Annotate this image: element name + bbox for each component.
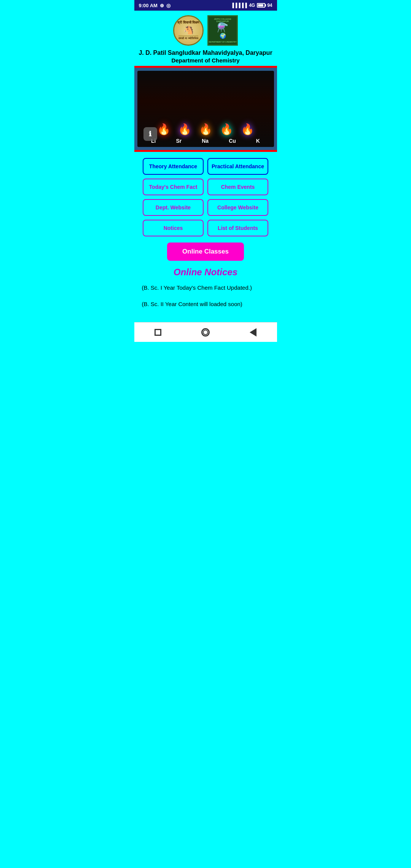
logo-right-top: JDPS COLLEGE DARYAPUR (209, 18, 237, 22)
element-sr: Sr (176, 138, 182, 144)
logo-left-text1: श्री शिवाजी शिक्षण (177, 21, 199, 25)
online-classes-button[interactable]: Online Classes (167, 243, 244, 261)
college-logo-right: JDPS COLLEGE DARYAPUR ⚗️ 🌍 DEPARTMENT OF… (207, 15, 238, 46)
battery-icon (257, 3, 265, 8)
notice-2: (B. Sc. II Year Content will loaded soon… (142, 300, 269, 309)
circle-icon (201, 328, 210, 337)
btn-row-4: Notices List of Students (142, 220, 269, 236)
practical-attendance-button[interactable]: Practical Attendance (207, 158, 268, 175)
flame-sr: 🔥 (178, 123, 191, 136)
dept-name: Department of Chemistry (171, 57, 239, 64)
flame-li: 🔥 (157, 123, 170, 136)
status-right: ▐▐▐▐▐ 4G 94 (231, 3, 272, 8)
element-cu: Cu (229, 138, 236, 144)
info-button[interactable]: ℹ (143, 127, 157, 141)
flame-na: 🔥 (199, 123, 212, 136)
status-bar: 9:00 AM ⊕ ◎ ▐▐▐▐▐ 4G 94 (134, 0, 277, 11)
list-of-students-button[interactable]: List of Students (207, 220, 268, 236)
online-notices-title: Online Notices (142, 267, 269, 278)
element-na: Na (202, 138, 209, 144)
bottom-nav (134, 322, 277, 342)
btn-row-2: Today's Chem Fact Chem Events (142, 179, 269, 195)
header-section: श्री शिवाजी शिक्षण 🐴 तमसो मा ज्योतिर्गमय… (134, 11, 277, 66)
time-display: 9:00 AM (139, 3, 158, 8)
element-k: K (256, 138, 260, 144)
main-content: Theory Attendance Practical Attendance T… (134, 152, 277, 322)
flame-teal-icon: 🔥 (220, 123, 233, 136)
network-type: 4G (249, 3, 255, 8)
btn-row-3: Dept. Website College Website (142, 199, 269, 216)
flame-k: 🔥 (241, 123, 254, 136)
college-website-button[interactable]: College Website (207, 199, 268, 216)
globe-icon: 🌍 (220, 33, 226, 39)
element-labels: Li Sr Na Cu K (137, 138, 274, 144)
back-icon (250, 328, 256, 337)
banner-area: 🔥 🔥 🔥 🔥 🔥 Li Sr Na Cu (134, 68, 277, 150)
logo-motto: तमसो मा ज्योतिर्गमय (178, 36, 198, 40)
status-left: 9:00 AM ⊕ ◎ (139, 3, 170, 8)
college-name: J. D. Patil Sangludkar Mahavidyalya, Dar… (139, 49, 272, 57)
notices-button[interactable]: Notices (143, 220, 204, 236)
flame-purple-icon: 🔥 (178, 123, 191, 136)
square-icon (155, 329, 161, 336)
flame-orange-icon: 🔥 (199, 123, 212, 136)
chem-fact-button[interactable]: Today's Chem Fact (143, 179, 204, 195)
nav-square-button[interactable] (150, 325, 166, 340)
theory-attendance-button[interactable]: Theory Attendance (143, 158, 204, 175)
flame-scene: 🔥 🔥 🔥 🔥 🔥 Li Sr Na Cu (137, 71, 274, 147)
battery-percent: 94 (267, 3, 272, 8)
flame-cu: 🔥 (220, 123, 233, 136)
btn-row-1: Theory Attendance Practical Attendance (142, 158, 269, 175)
nav-home-button[interactable] (198, 325, 213, 340)
signal-icon: ▐▐▐▐▐ (231, 3, 247, 8)
whatsapp-icon: ◎ (166, 3, 170, 8)
flask-icon: ⚗️ (217, 22, 228, 33)
notice-1: (B. Sc. I Year Today's Chem Fact Updated… (142, 284, 269, 292)
college-logo-left: श्री शिवाजी शिक्षण 🐴 तमसो मा ज्योतिर्गमय (173, 15, 204, 46)
chemistry-image: 🔥 🔥 🔥 🔥 🔥 Li Sr Na Cu (137, 71, 274, 147)
flame-violet-icon: 🔥 (241, 123, 254, 136)
nav-back-button[interactable] (245, 325, 261, 340)
chem-events-button[interactable]: Chem Events (207, 179, 268, 195)
logo-right-bottom: DEPARTMENT OF CHEMISTRY (209, 41, 237, 43)
horse-icon: 🐴 (183, 25, 194, 35)
flame-red-icon: 🔥 (157, 123, 170, 136)
button-grid: Theory Attendance Practical Attendance T… (142, 158, 269, 236)
dept-website-button[interactable]: Dept. Website (143, 199, 204, 216)
logos-container: श्री शिवाजी शिक्षण 🐴 तमसो मा ज्योतिर्गमय… (173, 15, 238, 46)
world-icon: ⊕ (160, 3, 164, 8)
